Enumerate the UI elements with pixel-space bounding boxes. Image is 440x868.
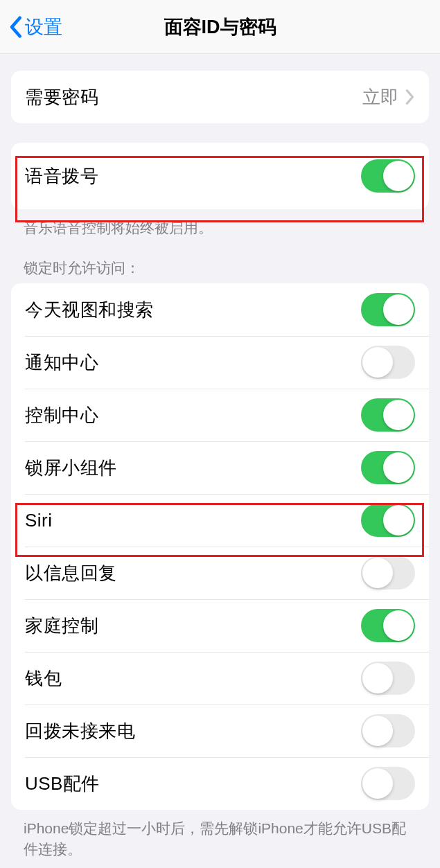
back-button[interactable]: 设置: [6, 12, 65, 42]
locked-access-toggle[interactable]: [361, 504, 415, 537]
locked-access-label: 通知中心: [25, 351, 98, 375]
locked-access-row: Siri: [11, 494, 429, 547]
voice-dial-toggle[interactable]: [361, 159, 415, 193]
locked-access-header: 锁定时允许访问：: [24, 258, 416, 278]
navigation-bar: 设置 面容ID与密码: [0, 0, 440, 54]
locked-access-label: 回拨未接来电: [25, 719, 135, 743]
chevron-left-icon: [8, 15, 22, 39]
locked-access-row: 今天视图和搜索: [11, 283, 429, 336]
locked-access-row: 家庭控制: [11, 599, 429, 652]
page-title: 面容ID与密码: [164, 15, 276, 39]
locked-access-toggle[interactable]: [361, 609, 415, 642]
locked-access-row: 以信息回复: [11, 547, 429, 599]
voice-dial-row: 语音拨号: [11, 143, 429, 209]
locked-access-row: 通知中心: [11, 336, 429, 389]
locked-access-row: 钱包: [11, 652, 429, 705]
locked-access-label: USB配件: [25, 772, 100, 796]
locked-access-toggle[interactable]: [361, 714, 415, 747]
locked-access-row: 控制中心: [11, 389, 429, 441]
locked-access-footer: iPhone锁定超过一小时后，需先解锁iPhone才能允许USB配件连接。: [24, 818, 416, 859]
chevron-right-icon: [405, 89, 415, 105]
back-label: 设置: [25, 15, 62, 39]
locked-access-toggle[interactable]: [361, 346, 415, 379]
require-passcode-group: 需要密码 立即: [11, 71, 429, 123]
locked-access-label: 钱包: [25, 666, 62, 691]
locked-access-toggle[interactable]: [361, 398, 415, 432]
locked-access-group: 今天视图和搜索通知中心控制中心锁屏小组件Siri以信息回复家庭控制钱包回拨未接来…: [11, 283, 429, 810]
locked-access-row: 锁屏小组件: [11, 441, 429, 494]
locked-access-toggle[interactable]: [361, 451, 415, 484]
locked-access-label: 以信息回复: [25, 561, 117, 585]
locked-access-label: 家庭控制: [25, 614, 98, 638]
locked-access-label: Siri: [25, 510, 53, 531]
locked-access-toggle[interactable]: [361, 293, 415, 326]
locked-access-label: 今天视图和搜索: [25, 298, 154, 322]
require-passcode-label: 需要密码: [25, 85, 98, 109]
require-passcode-value: 立即: [362, 85, 398, 109]
locked-access-row: USB配件: [11, 757, 429, 810]
voice-dial-group: 语音拨号: [11, 143, 429, 209]
locked-access-toggle[interactable]: [361, 767, 415, 800]
voice-dial-footer: 音乐语音控制将始终被启用。: [24, 218, 416, 238]
voice-dial-label: 语音拨号: [25, 164, 98, 188]
locked-access-toggle[interactable]: [361, 662, 415, 695]
locked-access-toggle[interactable]: [361, 556, 415, 590]
locked-access-label: 控制中心: [25, 403, 98, 427]
require-passcode-row[interactable]: 需要密码 立即: [11, 71, 429, 123]
locked-access-label: 锁屏小组件: [25, 456, 117, 480]
locked-access-row: 回拨未接来电: [11, 705, 429, 757]
